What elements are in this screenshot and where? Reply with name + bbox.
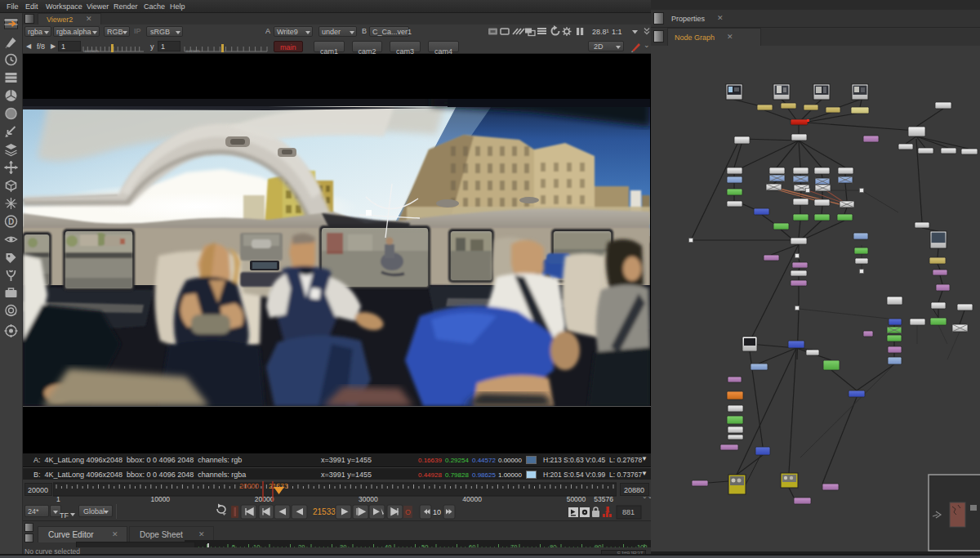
svg-text:21533: 21533	[313, 507, 336, 516]
svg-text:D: D	[8, 217, 14, 226]
svg-text:10000: 10000	[150, 495, 170, 502]
svg-text:1:1: 1:1	[612, 28, 622, 36]
svg-text:0.015625: 0.015625	[85, 49, 99, 53]
svg-text:50000: 50000	[567, 495, 586, 502]
svg-text:28.8¹: 28.8¹	[592, 28, 609, 36]
svg-text:0.015625: 0.015625	[186, 49, 200, 53]
svg-text:20000: 20000	[255, 495, 274, 502]
svg-text:40000: 40000	[462, 495, 482, 502]
svg-text:O: O	[405, 508, 411, 516]
svg-text:10: 10	[433, 508, 441, 516]
svg-text:881: 881	[622, 508, 635, 516]
svg-text:53576: 53576	[594, 495, 613, 502]
svg-text:1: 1	[56, 495, 60, 502]
svg-text:20000: 20000	[239, 482, 259, 490]
svg-text:30000: 30000	[359, 495, 378, 502]
